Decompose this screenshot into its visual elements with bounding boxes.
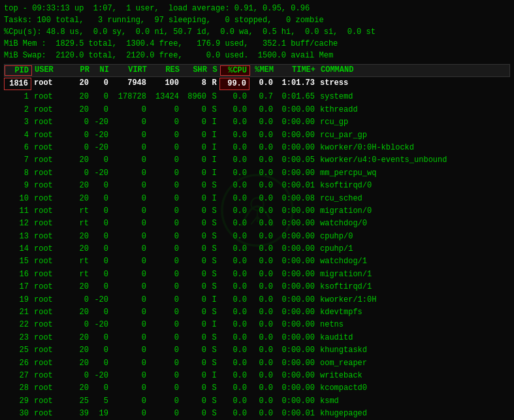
table-header-row: PID USER PR NI VIRT RES SHR S %CPU %MEM …: [4, 64, 510, 77]
table-row: 19root0-20000I0.00.00:00.00kworker/1:0H: [4, 294, 510, 306]
table-row: 2root200000S0.00.00:00.00kthreadd: [4, 104, 510, 116]
table-row: 11rootrt0000S0.00.00:00.00migration/0: [4, 205, 510, 218]
process-rows: 1816root20079481008R99.00.01:01.73stress…: [4, 77, 510, 420]
col-header-virt: VIRT: [112, 65, 150, 76]
table-row: 8root0-20000I0.00.00:00.00mm_percpu_wq: [4, 167, 510, 180]
table-row: 16rootrt0000S0.00.00:00.00migration/1: [4, 268, 510, 281]
col-header-cmd: COMMAND: [318, 65, 509, 76]
process-table: PID USER PR NI VIRT RES SHR S %CPU %MEM …: [4, 64, 510, 420]
col-header-pr: PR: [72, 65, 92, 76]
table-row: 9root200000S0.00.00:00.01ksoftirqd/0: [4, 180, 510, 192]
table-row: 15rootrt0000S0.00.00:00.00watchdog/1: [4, 255, 510, 268]
col-header-pid: PID: [5, 65, 32, 76]
table-row: 4root0-20000I0.00.00:00.00rcu_par_gp: [4, 129, 510, 142]
header-line2: Tasks: 100 total, 3 running, 97 sleeping…: [4, 14, 510, 26]
table-row: 3root0-20000I0.00.00:00.00rcu_gp: [4, 116, 510, 129]
table-row: 29root255000S0.00.00:00.00ksmd: [4, 395, 510, 408]
col-header-ni: NI: [92, 65, 112, 76]
table-row: 14root200000S0.00.00:00.00cpuhp/1: [4, 243, 510, 255]
table-row: 7root200000I0.00.00:00.05kworker/u4:0-ev…: [4, 154, 510, 167]
col-header-res: RES: [150, 65, 182, 76]
table-row: 12rootrt0000S0.00.00:00.00watchdog/0: [4, 218, 510, 230]
header-line3: %Cpu(s): 48.8 us, 0.0 sy, 0.0 ni, 50.7 i…: [4, 26, 510, 38]
table-row: 17root200000S0.00.00:00.00ksoftirqd/1: [4, 281, 510, 293]
table-row: 30root3919000S0.00.00:00.01khugepaged: [4, 408, 510, 420]
col-header-mem: %MEM: [250, 65, 276, 76]
col-header-user: USER: [32, 65, 72, 76]
table-row: 10root200000I0.00.00:00.08rcu_sched: [4, 193, 510, 205]
table-row: 13root200000S0.00.00:00.00cpuhp/0: [4, 231, 510, 243]
table-row: 25root200000S0.00.00:00.00khungtaskd: [4, 344, 510, 357]
col-header-s: S: [210, 65, 220, 76]
table-row: 23root200000S0.00.00:00.00kauditd: [4, 332, 510, 344]
table-row: 6root0-20000I0.00.00:00.00kworker/0:0H-k…: [4, 142, 510, 154]
terminal-output: top - 09:33:13 up 1:07, 1 user, load ave…: [4, 3, 510, 420]
header-line1: top - 09:33:13 up 1:07, 1 user, load ave…: [4, 3, 510, 14]
table-row: 27root0-20000I0.00.00:00.00writeback: [4, 370, 510, 382]
table-row: 1root200178728134248960S0.00.70:01.65sys…: [4, 91, 510, 103]
header-line4: MiB Mem : 1829.5 total, 1300.4 free, 176…: [4, 38, 510, 50]
table-row: 26root200000S0.00.00:00.00oom_reaper: [4, 357, 510, 370]
table-row: 21root200000S0.00.00:00.00kdevtmpfs: [4, 306, 510, 319]
header-line5: MiB Swap: 2120.0 total, 2120.0 free, 0.0…: [4, 50, 510, 61]
col-header-shr: SHR: [182, 65, 210, 76]
table-row: 1816root20079481008R99.00.01:01.73stress: [4, 77, 510, 91]
col-header-cpu: %CPU: [220, 65, 250, 76]
table-row: 28root200000S0.00.00:00.00kcompactd0: [4, 382, 510, 395]
col-header-time: TIME+: [276, 65, 318, 76]
table-row: 22root0-20000I0.00.00:00.00netns: [4, 319, 510, 331]
